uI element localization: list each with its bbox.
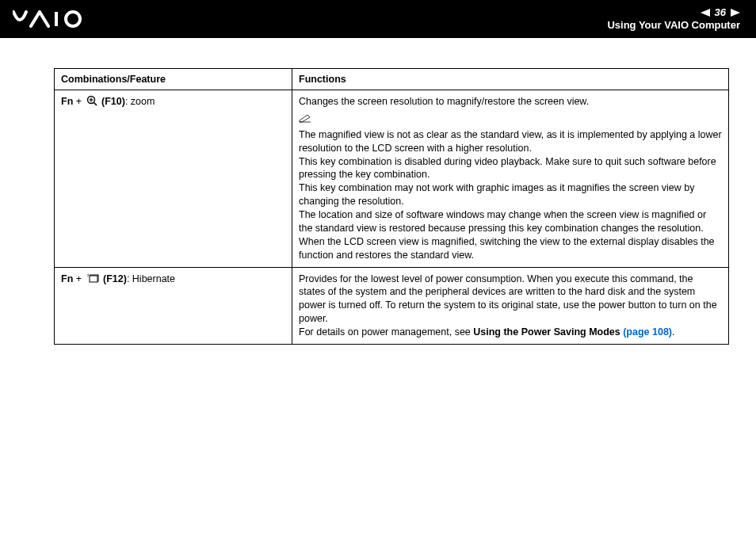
- svg-marker-3: [731, 9, 740, 17]
- table-header-row: Combinations/Feature Functions: [55, 69, 729, 90]
- combo-desc: : zoom: [125, 96, 155, 107]
- note-text: The magnified view is not as clear as th…: [299, 128, 722, 155]
- table-row: Fn + (F10): zoom Changes the screen reso…: [55, 90, 729, 268]
- detail-suffix: .: [672, 326, 674, 338]
- combo-cell-hibernate: Fn + z (F12): Hibernate: [55, 267, 292, 344]
- combo-fn-label: Fn: [61, 273, 73, 284]
- page-content: Combinations/Feature Functions Fn + (F10…: [0, 38, 756, 345]
- note-icon: [299, 113, 311, 127]
- col-header-functions: Functions: [292, 69, 729, 90]
- svg-rect-0: [55, 12, 58, 26]
- note-text: The location and size of software window…: [299, 208, 722, 235]
- page-link[interactable]: (page 108): [623, 326, 672, 338]
- svg-point-1: [66, 12, 80, 26]
- combo-desc: : Hibernate: [127, 273, 175, 284]
- svg-marker-2: [701, 9, 710, 17]
- note-text: This key combination is disabled during …: [299, 155, 722, 182]
- note-text: This key combination may not work with g…: [299, 181, 722, 208]
- page-header: 36 Using Your VAIO Computer: [0, 0, 756, 38]
- shortcuts-table: Combinations/Feature Functions Fn + (F10…: [54, 68, 729, 345]
- combo-key: (F12): [101, 273, 127, 284]
- svg-rect-11: [90, 276, 97, 282]
- hibernate-icon: z: [86, 273, 99, 286]
- combo-cell-zoom: Fn + (F10): zoom: [55, 90, 292, 268]
- note-text: When the LCD screen view is magnified, s…: [299, 235, 722, 262]
- vaio-logo: [13, 0, 100, 38]
- magnify-icon: [86, 95, 97, 109]
- page-number: 36: [715, 7, 726, 18]
- nav-prev-icon[interactable]: [701, 9, 710, 17]
- func-main-text: Changes the screen resolution to magnify…: [299, 95, 722, 109]
- detail-prefix: For details on power management, see: [299, 326, 473, 338]
- combo-plus: +: [73, 96, 84, 107]
- combo-plus: +: [73, 273, 84, 284]
- func-cell-hibernate: Provides for the lowest level of power c…: [292, 267, 729, 344]
- page-nav: 36: [607, 7, 740, 18]
- detail-bold: Using the Power Saving Modes: [473, 326, 623, 338]
- combo-fn-label: Fn: [61, 96, 73, 107]
- section-title: Using Your VAIO Computer: [607, 20, 740, 31]
- func-main-text: Provides for the lowest level of power c…: [299, 273, 722, 326]
- col-header-combinations: Combinations/Feature: [55, 69, 292, 90]
- header-right: 36 Using Your VAIO Computer: [607, 7, 740, 32]
- func-detail-text: For details on power management, see Usi…: [299, 326, 722, 339]
- svg-line-7: [94, 103, 97, 106]
- combo-key: (F10): [99, 96, 125, 107]
- func-cell-zoom: Changes the screen resolution to magnify…: [292, 90, 729, 268]
- nav-next-icon[interactable]: [731, 9, 740, 17]
- table-row: Fn + z (F12): Hibernate Provides for the…: [55, 267, 729, 344]
